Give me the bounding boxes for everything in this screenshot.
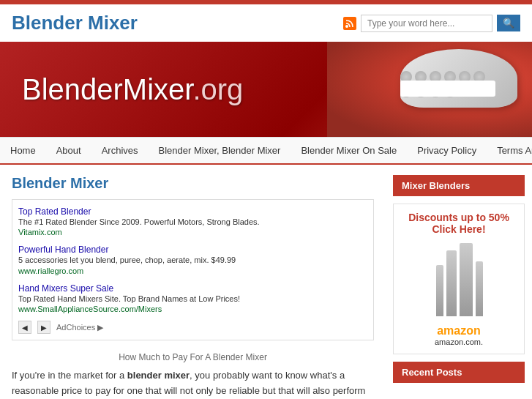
nav-item-blender-sale[interactable]: Blender Mixer On Sale [291, 138, 407, 163]
nav-link-blender-sale[interactable]: Blender Mixer On Sale [291, 138, 407, 163]
nav-list: Home About Archives Blender Mixer, Blend… [0, 138, 532, 163]
nav-item-blender-mixer[interactable]: Blender Mixer, Blender Mixer [149, 138, 291, 163]
search-button[interactable]: 🔍 [497, 15, 520, 31]
article-body: If you're in the market for a blender mi… [12, 368, 374, 399]
sidebar: Mixer Blenders Discounts up to 50% Click… [386, 165, 532, 399]
blender-top [400, 49, 517, 108]
blender-visual [436, 243, 483, 316]
banner: BlenderMixer.org [0, 42, 532, 137]
nav-link-privacy[interactable]: Privacy Policy [407, 138, 487, 163]
nav-item-home[interactable]: Home [0, 138, 46, 163]
ad-desc-1: The #1 Rated Blender Since 2009. Powerfu… [18, 217, 367, 228]
ad-item-3: Hand Mixers Super Sale Top Rated Hand Mi… [18, 283, 367, 313]
header: Blender Mixer 🔍 [0, 4, 532, 42]
ad-desc-2: 5 accessories let you blend, puree, chop… [18, 255, 367, 266]
bv-item-2 [446, 250, 457, 316]
page-title: Blender Mixer [12, 175, 374, 192]
nav-link-blender-mixer[interactable]: Blender Mixer, Blender Mixer [149, 138, 291, 163]
discount-text: Discounts up to 50% Click Here! [401, 212, 517, 235]
sidebar-blender-img [401, 239, 518, 320]
banner-blender-img [327, 42, 532, 137]
ad-link-3[interactable]: Hand Mixers Super Sale [18, 283, 113, 294]
article-para-1: If you're in the market for a blender mi… [12, 368, 374, 399]
nav-item-terms[interactable]: Terms And Conditions [487, 138, 532, 163]
banner-text: BlenderMixer.org [0, 73, 243, 106]
site-title: Blender Mixer [12, 12, 138, 34]
main: Blender Mixer Top Rated Blender The #1 R… [0, 165, 532, 399]
sidebar-header-2: Recent Posts [393, 362, 525, 383]
ad-desc-3: Top Rated Hand Mixers Site. Top Brand Na… [18, 294, 367, 305]
ad-url-1: Vitamix.com [18, 228, 367, 236]
sidebar-ad: Discounts up to 50% Click Here! amazon a… [393, 204, 525, 354]
blender-label [400, 81, 495, 97]
ad-prev-arrow[interactable]: ◀ [18, 321, 31, 334]
svg-point-0 [345, 25, 348, 28]
ad-url-2: www.riallegro.com [18, 266, 367, 275]
nav-link-home[interactable]: Home [0, 138, 46, 163]
amazon-com: amazon.com. [401, 338, 517, 346]
bv-item-4 [476, 261, 483, 316]
nav-item-archives[interactable]: Archives [91, 138, 149, 163]
nav-link-archives[interactable]: Archives [91, 138, 149, 163]
nav-link-about[interactable]: About [46, 138, 91, 163]
sidebar-blender-bg [401, 239, 518, 320]
header-right: 🔍 [343, 15, 520, 32]
ad-link-2[interactable]: Powerful Hand Blender [18, 245, 108, 255]
ads-footer: ◀ ▶ AdChoices ▶ [18, 321, 367, 334]
nav-link-terms[interactable]: Terms And Conditions [487, 138, 532, 163]
ad-next-arrow[interactable]: ▶ [37, 321, 50, 334]
bv-item-1 [436, 265, 443, 316]
banner-title: BlenderMixer.org [22, 73, 243, 106]
nav-item-about[interactable]: About [46, 138, 91, 163]
nav: Home About Archives Blender Mixer, Blend… [0, 137, 532, 165]
search-input[interactable] [361, 15, 492, 32]
ad-item-2: Powerful Hand Blender 5 accessories let … [18, 244, 367, 275]
ad-item-1: Top Rated Blender The #1 Rated Blender S… [18, 206, 367, 236]
ads-section: Top Rated Blender The #1 Rated Blender S… [12, 199, 374, 340]
sidebar-header-1: Mixer Blenders [393, 175, 525, 196]
amazon-logo: amazon [401, 324, 517, 338]
ad-link-1[interactable]: Top Rated Blender [18, 206, 91, 217]
article-section: How Much to Pay For A Blender Mixer If y… [12, 349, 374, 399]
article-title: How Much to Pay For A Blender Mixer [12, 352, 374, 362]
bv-item-3 [460, 243, 473, 316]
rss-icon[interactable] [343, 17, 356, 30]
adchoices-label: AdChoices ▶ [56, 323, 103, 332]
nav-item-privacy[interactable]: Privacy Policy [407, 138, 487, 163]
ad-url-3: www.SmallApplianceSource.com/Mixers [18, 305, 367, 313]
content: Blender Mixer Top Rated Blender The #1 R… [0, 165, 386, 399]
